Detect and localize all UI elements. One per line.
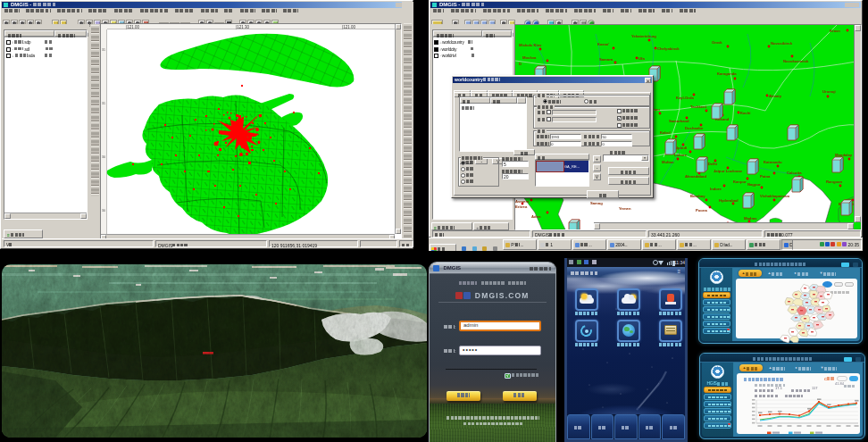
svg-text:Asmera: Asmera [515, 199, 530, 204]
svg-text:Mandalay: Mandalay [835, 153, 853, 157]
svg-text:30: 30 [102, 155, 105, 159]
svg-text:Eritrea: Eritrea [515, 204, 528, 209]
svg-text:31: 31 [102, 48, 105, 52]
svg-text:Dushanbe: Dushanbe [685, 126, 704, 130]
svg-text:Tashkent: Tashkent [690, 104, 707, 109]
svg-text:Indore: Indore [710, 187, 722, 191]
svg-text:Yemen: Yemen [619, 206, 631, 211]
svg-text:Jaipur Lucknow: Jaipur Lucknow [714, 169, 743, 173]
svg-text:Almaty: Almaty [769, 94, 782, 98]
svg-text:Rangoon: Rangoon [826, 179, 843, 184]
svg-text:Samarkand: Samarkand [669, 119, 689, 123]
svg-text:Kashi: Kashi [740, 111, 750, 115]
svg-text:Hyderabad: Hyderabad [719, 198, 739, 203]
svg-text:Kanpur: Kanpur [733, 179, 747, 184]
svg-text:Lahore: Lahore [674, 153, 688, 157]
svg-text:Katmandu: Katmandu [764, 160, 782, 164]
svg-text:Novokuznetsk: Novokuznetsk [783, 59, 809, 63]
svg-text:Aden: Aden [531, 214, 541, 219]
svg-text:Ufa: Ufa [638, 56, 645, 61]
svg-text:Karaganda: Karaganda [717, 71, 737, 76]
svg-text:Nagpur: Nagpur [747, 182, 761, 187]
svg-text:Kazan': Kazan' [597, 42, 609, 46]
svg-text:Samag: Samag [590, 201, 603, 205]
svg-text:Miskolc Kiev: Miskolc Kiev [519, 43, 542, 47]
svg-text:Moskva: Moskva [522, 55, 537, 60]
svg-text:Kabul: Kabul [660, 130, 671, 135]
svg-text:Calcutta: Calcutta [787, 171, 802, 175]
svg-text:Yekaterinburg: Yekaterinburg [631, 34, 656, 38]
svg-text:Omsk: Omsk [712, 40, 722, 45]
svg-text:Bombay: Bombay [690, 194, 705, 198]
svg-text:Urumqi: Urumqi [822, 89, 836, 94]
svg-text:31: 31 [102, 102, 105, 105]
svg-text:30: 30 [102, 209, 105, 213]
svg-text:Novosibirsk: Novosibirsk [771, 41, 793, 46]
svg-text:Multan: Multan [662, 160, 674, 164]
svg-text:Madras: Madras [744, 216, 757, 221]
svg-text:Chelyabinsk: Chelyabinsk [657, 46, 680, 51]
svg-text:Ahmadabad: Ahmadabad [685, 174, 706, 179]
svg-text:D: D [519, 62, 522, 66]
svg-text:Krasn: Krasn [830, 29, 840, 33]
svg-text:Vishakhapatnam: Vishakhapatnam [760, 194, 789, 198]
svg-text:Poona: Poona [696, 208, 707, 213]
svg-text:Kzyl-Orda: Kzyl-Orda [676, 96, 694, 100]
svg-text:Samara: Samara [599, 57, 613, 62]
svg-text:Patna: Patna [760, 174, 771, 179]
